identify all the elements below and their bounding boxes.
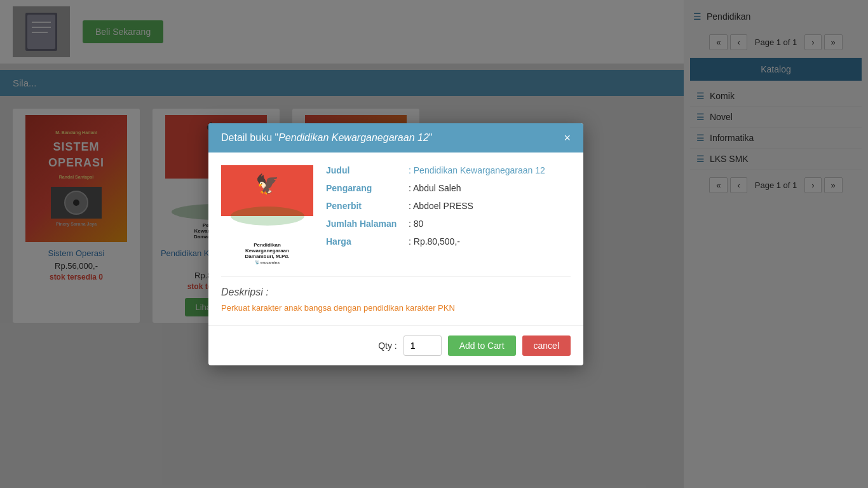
modal-title-prefix: Detail buku "	[221, 132, 278, 143]
modal-footer: Qty : Add to Cart cancel	[208, 325, 583, 365]
description-text: Perkuat karakter anak bangsa dengan pend…	[221, 303, 571, 313]
modal-title-suffix: "	[429, 132, 433, 143]
modal-detail-buku: Detail buku "Pendidikan Kewarganegaraan …	[208, 123, 583, 365]
description-label: Deskripsi :	[221, 287, 571, 298]
modal-title: Detail buku "Pendidikan Kewarganegaraan …	[221, 132, 432, 144]
page-background: Beli Sekarang Sila... M. Bandung Hariani…	[0, 0, 868, 488]
add-to-cart-button[interactable]: Add to Cart	[448, 336, 516, 356]
judul-label: Judul	[326, 165, 409, 175]
qty-label: Qty :	[378, 341, 397, 351]
penerbit-value: : Abdoel PRESS	[409, 201, 473, 211]
jumlah-halaman-label: Jumlah Halaman	[326, 219, 409, 229]
harga-value: : Rp.80,500,-	[409, 236, 460, 247]
modal-title-book: Pendidikan Kewarganegaraan 12	[278, 132, 429, 143]
modal-overlay[interactable]: Detail buku "Pendidikan Kewarganegaraan …	[0, 0, 868, 488]
judul-value: : Pendidikan Kewarganegaraan 12	[409, 165, 545, 175]
modal-details: Judul : Pendidikan Kewarganegaraan 12 Pe…	[326, 165, 571, 267]
pengarang-value: : Abdul Saleh	[409, 183, 461, 193]
modal-header: Detail buku "Pendidikan Kewarganegaraan …	[208, 123, 583, 152]
detail-row-halaman: Jumlah Halaman : 80	[326, 219, 571, 229]
detail-row-penerbit: Penerbit : Abdoel PRESS	[326, 201, 571, 211]
cancel-button[interactable]: cancel	[522, 336, 571, 356]
detail-row-judul: Judul : Pendidikan Kewarganegaraan 12	[326, 165, 571, 175]
detail-row-harga: Harga : Rp.80,500,-	[326, 236, 571, 247]
penerbit-label: Penerbit	[326, 201, 409, 211]
jumlah-halaman-value: : 80	[409, 219, 423, 229]
modal-book-image: 🦅 PendidikanKewarganegaraanDamamburi, M.…	[221, 165, 313, 267]
modal-close-button[interactable]: ×	[564, 132, 571, 144]
modal-description: Deskripsi : Perkuat karakter anak bangsa…	[221, 276, 571, 313]
qty-input[interactable]	[403, 336, 442, 356]
modal-body: 🦅 PendidikanKewarganegaraanDamamburi, M.…	[208, 152, 583, 325]
detail-row-pengarang: Pengarang : Abdul Saleh	[326, 183, 571, 193]
harga-label: Harga	[326, 236, 409, 247]
pengarang-label: Pengarang	[326, 183, 409, 193]
modal-content-row: 🦅 PendidikanKewarganegaraanDamamburi, M.…	[221, 165, 571, 267]
